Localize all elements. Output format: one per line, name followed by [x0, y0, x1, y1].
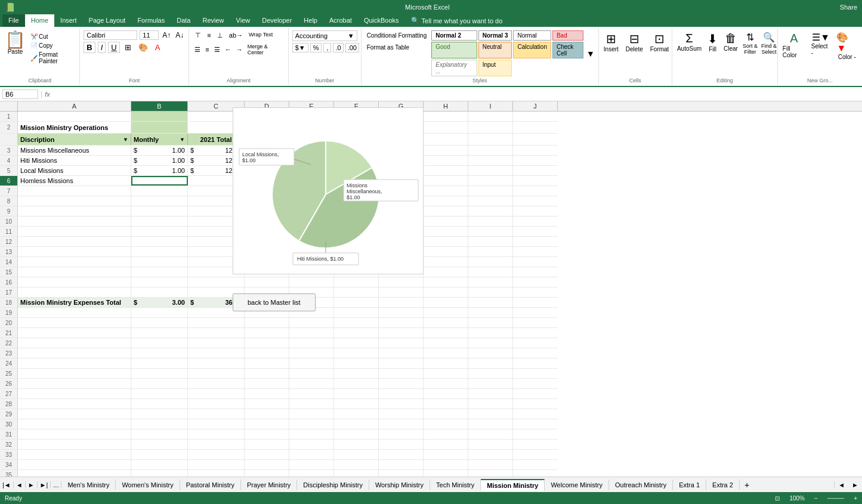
cell-j1[interactable]	[513, 112, 558, 121]
font-size-input[interactable]	[140, 30, 159, 40]
style-input[interactable]: Input	[478, 60, 512, 76]
sheet-tab-tech-ministry[interactable]: Tech Ministry	[430, 480, 481, 490]
share-button[interactable]: Share	[840, 4, 857, 11]
cell-a6[interactable]: Homless Missions	[18, 176, 131, 185]
sheet-tab-pastoral-ministry[interactable]: Pastoral Ministry	[180, 480, 241, 490]
delete-button[interactable]: ⊟ Delete	[623, 30, 645, 54]
monthly-filter-icon[interactable]: ▼	[180, 137, 185, 143]
tab-help[interactable]: Help	[298, 14, 323, 27]
tab-formulas[interactable]: Formulas	[131, 14, 171, 27]
cell-i1[interactable]	[468, 112, 513, 121]
tab-nav-right[interactable]: ►	[26, 481, 38, 488]
header-monthly[interactable]: Monthly ▼	[131, 134, 188, 145]
comma-button[interactable]: ,	[323, 43, 331, 52]
format-as-table-button[interactable]: Format as Table	[364, 42, 430, 52]
sheet-tab-extra1[interactable]: Extra 1	[673, 480, 706, 490]
style-normal2[interactable]: Normal 2	[431, 30, 477, 41]
tab-acrobat[interactable]: Acrobat	[323, 14, 358, 27]
sheet-tab-worship-ministry[interactable]: Worship Ministry	[369, 480, 430, 490]
align-top-button[interactable]: ⊤	[193, 30, 203, 41]
autosum-button[interactable]: Σ AutoSum	[675, 30, 704, 53]
zoom-in-button[interactable]: +	[854, 495, 857, 502]
tab-nav-right-right[interactable]: ►|	[38, 481, 51, 488]
tab-nav-left[interactable]: ◄	[14, 481, 26, 488]
style-explanatory[interactable]: Explanatory ...	[431, 60, 477, 76]
fill-color-button[interactable]: 🎨	[136, 42, 150, 52]
insert-button[interactable]: ⊞ Insert	[601, 30, 621, 54]
increase-font-button[interactable]: A↑	[161, 30, 172, 40]
underline-button[interactable]: U	[108, 42, 119, 53]
scroll-left-button[interactable]: ◄	[835, 481, 848, 488]
font-name-input[interactable]	[84, 30, 137, 40]
tab-developer[interactable]: Developer	[256, 14, 298, 27]
cell-a2[interactable]: Mission Ministry Operations	[18, 122, 131, 133]
decrease-decimal-button[interactable]: .00	[345, 43, 359, 52]
align-left-button[interactable]: ☰	[193, 45, 202, 54]
fill-button[interactable]: ⬇ Fill	[705, 30, 720, 54]
italic-button[interactable]: I	[98, 42, 106, 53]
cell-a5[interactable]: Local Missions	[18, 166, 131, 175]
cell-h1[interactable]	[424, 112, 468, 121]
cell-b3[interactable]: $1.00	[131, 146, 188, 155]
styles-more-button[interactable]: ▼	[585, 48, 596, 60]
style-normal3[interactable]: Normal 3	[478, 30, 512, 41]
header-discription[interactable]: Discription ▼	[18, 134, 131, 145]
clear-button[interactable]: 🗑 Clear	[721, 30, 740, 53]
tab-review[interactable]: Review	[196, 14, 230, 27]
tab-nav-left-left[interactable]: |◄	[0, 481, 14, 488]
sheet-tab-mission-ministry[interactable]: Mission Ministry	[481, 479, 545, 491]
col-header-b[interactable]: B	[131, 101, 188, 111]
align-center-button[interactable]: ≡	[203, 45, 211, 54]
sheet-tab-extra2[interactable]: Extra 2	[706, 480, 740, 490]
style-normal[interactable]: Normal	[513, 30, 551, 41]
tab-quickbooks[interactable]: QuickBooks	[358, 14, 405, 27]
align-right-button[interactable]: ☰	[212, 45, 222, 54]
format-painter-button[interactable]: 🖌️ Format Painter	[29, 51, 77, 65]
style-good[interactable]: Good	[431, 42, 477, 58]
number-format-dropdown[interactable]: Accounting ▼	[292, 30, 357, 41]
col-header-i[interactable]: I	[468, 101, 513, 111]
cell-a3[interactable]: Missions Miscellaneous	[18, 146, 131, 155]
tab-view[interactable]: View	[230, 14, 257, 27]
conditional-formatting-button[interactable]: Conditional Formatting	[364, 30, 430, 41]
sheet-tab-welcome-ministry[interactable]: Welcome Ministry	[545, 480, 609, 490]
formula-input[interactable]	[52, 90, 860, 98]
cut-button[interactable]: ✂️ Cut	[29, 33, 77, 41]
cell-b5[interactable]: $1.00	[131, 166, 188, 175]
tab-data[interactable]: Data	[171, 14, 196, 27]
align-middle-button[interactable]: ≡	[205, 30, 213, 41]
style-calculation[interactable]: Calculation	[513, 42, 551, 58]
copy-button[interactable]: 📄 Copy	[29, 42, 77, 50]
col-header-h[interactable]: H	[424, 101, 468, 111]
scroll-right-button[interactable]: ►	[848, 481, 862, 488]
fill-color-group-button[interactable]: A Fill Color	[780, 30, 808, 60]
style-bad[interactable]: Bad	[552, 30, 583, 41]
discription-filter-icon[interactable]: ▼	[123, 137, 128, 143]
zoom-out-button[interactable]: −	[814, 495, 818, 502]
back-to-master-button[interactable]: back to Master list	[233, 293, 316, 311]
select-dropdown[interactable]: ☰▼ Select -	[809, 30, 833, 57]
cell-b18[interactable]: $3.00	[131, 298, 188, 307]
style-check-cell[interactable]: Check Cell	[552, 42, 583, 58]
style-neutral[interactable]: Neutral	[478, 42, 512, 58]
cell-a1[interactable]	[18, 112, 131, 121]
col-header-j[interactable]: J	[513, 101, 558, 111]
font-color-button[interactable]: A	[153, 42, 163, 52]
cell-b1[interactable]	[131, 112, 188, 121]
cell-a18[interactable]: Mission Ministry Expenses Total	[18, 298, 131, 307]
tab-ellipsis[interactable]: ...	[51, 481, 61, 488]
sheet-tab-discipleship-ministry[interactable]: Discipleship Ministry	[297, 480, 369, 490]
sheet-tab-prayer-ministry[interactable]: Prayer Ministry	[241, 480, 297, 490]
orientation-button[interactable]: ab→	[227, 30, 245, 41]
sheet-tab-outreach-ministry[interactable]: Outreach Ministry	[609, 480, 673, 490]
currency-button[interactable]: $▼	[292, 43, 308, 52]
border-button[interactable]: ⊞	[122, 42, 134, 52]
tab-home[interactable]: Home	[25, 14, 54, 27]
tab-page-layout[interactable]: Page Layout	[83, 14, 132, 27]
format-button[interactable]: ⊡ Format	[648, 30, 672, 54]
percent-button[interactable]: %	[310, 43, 322, 52]
color-dropdown[interactable]: 🎨▼ Color -	[834, 30, 860, 61]
col-header-a[interactable]: A	[18, 101, 131, 111]
decrease-font-button[interactable]: A↓	[174, 30, 185, 40]
cell-b6[interactable]	[131, 176, 188, 185]
